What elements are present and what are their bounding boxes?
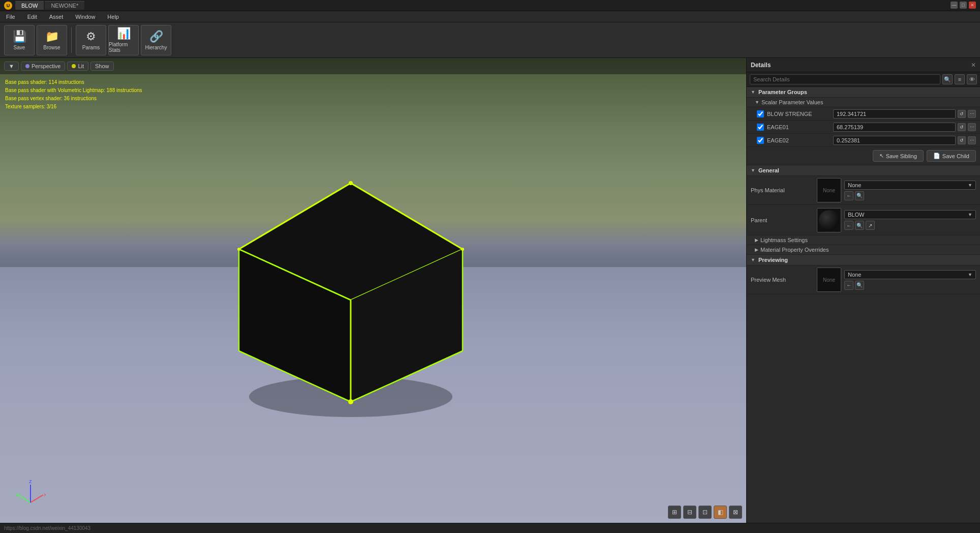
save-buttons-row: ↖ Save Sibling 📄 Save Child bbox=[747, 147, 980, 165]
lit-btn[interactable]: Lit bbox=[67, 62, 88, 71]
param-input-eage01[interactable] bbox=[833, 123, 956, 132]
close-button[interactable]: ✕ bbox=[969, 2, 976, 9]
material-overrides-section[interactable]: ▶ Material Property Overrides bbox=[747, 245, 980, 255]
menu-window[interactable]: Window bbox=[73, 13, 97, 21]
parameter-groups-triangle: ▼ bbox=[751, 90, 755, 95]
search-bar: 🔍 ≡ 👁 bbox=[747, 72, 980, 87]
param-row-blow-strenge: BLOW STRENGE ↺ ⋯ bbox=[747, 107, 980, 121]
param-btn-reset-blow[interactable]: ↺ bbox=[958, 110, 966, 118]
param-label-eage01: EAGE01 bbox=[767, 124, 833, 130]
parent-dropdown-controls: ← 🔍 ↗ bbox=[844, 221, 976, 230]
tab-blow[interactable]: BLOW bbox=[15, 1, 44, 10]
param-input-eage02[interactable] bbox=[833, 136, 956, 145]
app-logo: U bbox=[4, 2, 12, 10]
title-bar: U BLOW NEWONE* — □ ✕ bbox=[0, 0, 980, 11]
preview-nav-btn[interactable]: ← bbox=[844, 281, 853, 290]
param-value-blow-strenge: ↺ ⋯ bbox=[833, 109, 976, 119]
save-child-button[interactable]: 📄 Save Child bbox=[927, 150, 976, 162]
param-check-eage02[interactable] bbox=[757, 137, 764, 144]
perspective-btn[interactable]: Perspective bbox=[21, 62, 65, 71]
svg-text:Z: Z bbox=[29, 479, 32, 484]
previewing-section[interactable]: ▼ Previewing bbox=[747, 255, 980, 265]
param-check-blow-strenge[interactable] bbox=[757, 110, 764, 117]
platform-stats-button[interactable]: 📊 Platform Stats bbox=[108, 25, 139, 55]
perspective-dot bbox=[25, 64, 29, 68]
lit-dot bbox=[72, 64, 76, 68]
save-child-icon: 📄 bbox=[933, 153, 940, 159]
vp-ctrl-5[interactable]: ⊠ bbox=[729, 506, 742, 519]
minimize-button[interactable]: — bbox=[951, 2, 958, 9]
param-btn-link-eage02[interactable]: ⋯ bbox=[968, 136, 976, 144]
menu-edit[interactable]: Edit bbox=[25, 13, 39, 21]
menu-bar: File Edit Asset Window Help bbox=[0, 11, 980, 22]
save-icon: 💾 bbox=[13, 30, 26, 43]
previewing-title: Previewing bbox=[758, 257, 788, 263]
scalar-params-header[interactable]: ▼ Scalar Parameter Values bbox=[747, 98, 980, 107]
parent-nav-btn[interactable]: ← bbox=[844, 221, 853, 230]
search-columns-icon[interactable]: ≡ bbox=[955, 74, 965, 84]
vp-ctrl-3[interactable]: ⊡ bbox=[698, 506, 712, 519]
main-content: ▼ Perspective Lit Show Base pass shader:… bbox=[0, 58, 980, 523]
param-btn-link-eage01[interactable]: ⋯ bbox=[968, 123, 976, 131]
general-section[interactable]: ▼ General bbox=[747, 165, 980, 176]
preview-mesh-row: Preview Mesh None None ▼ ← 🔍 bbox=[747, 265, 980, 294]
params-button[interactable]: ⚙ Params bbox=[76, 25, 106, 55]
phys-material-dropdown-container: None ▼ ← 🔍 bbox=[844, 181, 976, 200]
save-sibling-icon: ↖ bbox=[879, 153, 884, 159]
viewport-bottom-controls: ⊞ ⊟ ⊡ ◧ ⊠ bbox=[668, 506, 742, 519]
parent-dropdown-value: BLOW bbox=[848, 212, 864, 218]
parent-search-btn[interactable]: 🔍 bbox=[855, 221, 864, 230]
svg-point-16 bbox=[237, 248, 240, 251]
parent-row: Parent BLOW ▼ ← 🔍 ↗ bbox=[747, 205, 980, 235]
svg-line-18 bbox=[30, 495, 43, 502]
hierarchy-button[interactable]: 🔗 Hierarchy bbox=[141, 25, 171, 55]
param-btn-reset-eage02[interactable]: ↺ bbox=[958, 136, 966, 144]
hierarchy-icon: 🔗 bbox=[149, 30, 163, 43]
parent-dropdown[interactable]: BLOW ▼ bbox=[844, 210, 976, 219]
search-input[interactable] bbox=[750, 74, 940, 84]
viewport[interactable]: ▼ Perspective Lit Show Base pass shader:… bbox=[0, 58, 746, 523]
preview-mesh-content: None None ▼ ← 🔍 bbox=[817, 268, 976, 292]
toolbar-separator bbox=[71, 27, 72, 53]
phys-material-content: None None ▼ ← 🔍 bbox=[817, 178, 976, 202]
vp-ctrl-2[interactable]: ⊟ bbox=[683, 506, 696, 519]
param-check-eage01[interactable] bbox=[757, 124, 764, 131]
preview-search-btn[interactable]: 🔍 bbox=[855, 281, 864, 290]
search-eye-icon[interactable]: 👁 bbox=[967, 74, 977, 84]
parent-dropdown-chevron: ▼ bbox=[968, 212, 972, 217]
menu-asset[interactable]: Asset bbox=[47, 13, 66, 21]
lightmass-settings-section[interactable]: ▶ Lightmass Settings bbox=[747, 235, 980, 245]
maximize-button[interactable]: □ bbox=[960, 2, 967, 9]
panel-title: Details bbox=[751, 62, 771, 69]
phys-material-dropdown[interactable]: None ▼ bbox=[844, 181, 976, 190]
phys-dropdown-controls: ← 🔍 bbox=[844, 191, 976, 200]
param-input-blow-strenge[interactable] bbox=[833, 109, 956, 119]
menu-help[interactable]: Help bbox=[105, 13, 121, 21]
param-btn-link-blow[interactable]: ⋯ bbox=[968, 110, 976, 118]
preview-mesh-dropdown[interactable]: None ▼ bbox=[844, 270, 976, 279]
vp-ctrl-1[interactable]: ⊞ bbox=[668, 506, 681, 519]
show-btn[interactable]: Show bbox=[90, 62, 114, 71]
svg-line-19 bbox=[18, 495, 30, 502]
tab-newone[interactable]: NEWONE* bbox=[45, 1, 84, 10]
preview-dropdown-value: None bbox=[848, 272, 861, 278]
preview-mesh-label: Preview Mesh bbox=[751, 277, 817, 283]
vp-ctrl-4[interactable]: ◧ bbox=[714, 506, 727, 519]
parent-sphere-icon bbox=[819, 210, 839, 230]
parent-open-btn[interactable]: ↗ bbox=[866, 221, 875, 230]
parent-content: BLOW ▼ ← 🔍 ↗ bbox=[817, 208, 976, 232]
panel-close-button[interactable]: ✕ bbox=[971, 62, 976, 69]
search-magnifier-icon[interactable]: 🔍 bbox=[942, 74, 953, 84]
viewport-arrow-btn[interactable]: ▼ bbox=[4, 62, 19, 71]
title-tabs: BLOW NEWONE* bbox=[15, 1, 84, 10]
parameter-groups-section[interactable]: ▼ Parameter Groups bbox=[747, 87, 980, 98]
save-button[interactable]: 💾 Save bbox=[4, 25, 35, 55]
param-btn-reset-eage01[interactable]: ↺ bbox=[958, 123, 966, 131]
menu-file[interactable]: File bbox=[4, 13, 17, 21]
save-sibling-button[interactable]: ↖ Save Sibling bbox=[873, 150, 924, 162]
phys-nav-btn[interactable]: ← bbox=[844, 191, 853, 200]
show-label: Show bbox=[95, 63, 109, 69]
param-value-eage01: ↺ ⋯ bbox=[833, 123, 976, 132]
phys-search-btn[interactable]: 🔍 bbox=[855, 191, 864, 200]
browse-button[interactable]: 📁 Browse bbox=[37, 25, 67, 55]
